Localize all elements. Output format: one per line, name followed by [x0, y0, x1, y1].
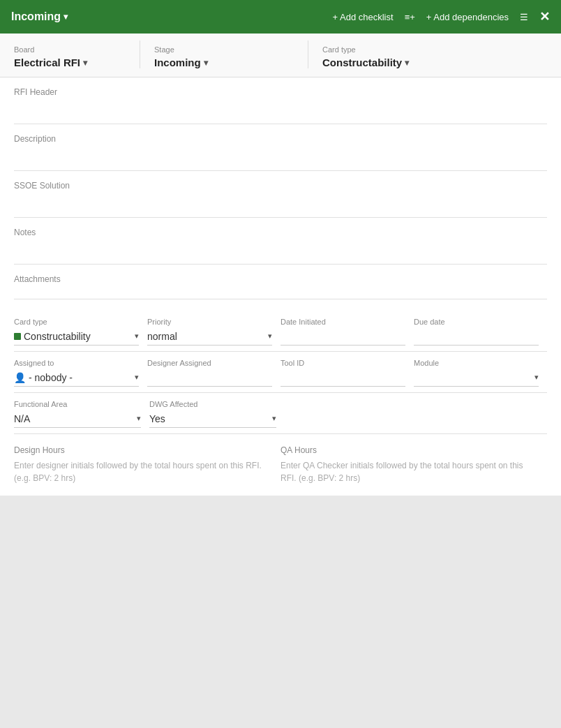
- card-type-value: Constructability: [322, 57, 402, 68]
- designer-assigned-cell: Designer Assigned: [147, 352, 280, 392]
- content-area: RFI Header Description SSOE Solution Not…: [0, 77, 561, 496]
- qa-hours-label: QA Hours: [280, 445, 533, 455]
- card-type-cell: Card type Constructability ▾: [14, 311, 147, 351]
- description-input[interactable]: [14, 148, 547, 165]
- dwg-affected-dropdown-icon[interactable]: ▾: [272, 414, 276, 423]
- board-dropdown-arrow-icon[interactable]: ▾: [83, 58, 87, 68]
- assigned-to-label: Assigned to: [14, 359, 139, 367]
- assigned-to-text: - nobody -: [29, 372, 73, 383]
- tool-id-cell: Tool ID: [280, 352, 414, 392]
- qa-hours-placeholder: Enter QA Checker initials followed by th…: [280, 459, 533, 484]
- card-type-dropdown-icon[interactable]: ▾: [135, 332, 139, 341]
- card-type-label-meta: Card type: [322, 45, 434, 54]
- metadata-row-3: Functional Area N/A ▾ DWG Affected Yes ▾: [14, 393, 547, 433]
- due-date-input[interactable]: [414, 331, 539, 342]
- board-label: Board: [14, 45, 126, 54]
- hours-section: Design Hours Enter designer initials fol…: [14, 433, 547, 496]
- priority-cell: Priority normal ▾: [147, 311, 280, 351]
- card-type-dot-icon: [14, 333, 21, 340]
- date-initiated-value[interactable]: [280, 329, 405, 346]
- designer-assigned-label: Designer Assigned: [147, 359, 272, 367]
- notes-label: Notes: [14, 228, 547, 237]
- date-initiated-cell: Date Initiated: [280, 311, 414, 351]
- header-bar: Incoming ▾ + Add checklist ≡+ + Add depe…: [0, 0, 561, 34]
- board-value: Electrical RFI: [14, 57, 80, 68]
- tool-id-value[interactable]: [280, 370, 405, 387]
- ssoe-solution-field: SSOE Solution: [14, 171, 547, 218]
- stage-dropdown[interactable]: Incoming ▾: [11, 10, 68, 23]
- board-field: Board Electrical RFI ▾: [14, 45, 126, 68]
- tool-id-input[interactable]: [280, 372, 405, 383]
- stage-dropdown-arrow-icon[interactable]: ▾: [204, 58, 208, 68]
- board-value-display[interactable]: Electrical RFI ▾: [14, 57, 126, 68]
- dwg-affected-text: Yes: [149, 413, 165, 424]
- assigned-to-cell: Assigned to 👤 - nobody - ▾: [14, 352, 147, 392]
- metadata-row-1: Card type Constructability ▾ Priority no…: [14, 311, 547, 352]
- stage-label-meta: Stage: [154, 45, 294, 54]
- tool-id-label: Tool ID: [280, 359, 405, 367]
- description-label: Description: [14, 134, 547, 144]
- dwg-affected-value[interactable]: Yes ▾: [149, 411, 276, 428]
- stage-field: Stage Incoming ▾: [154, 45, 294, 68]
- due-date-cell: Due date: [414, 311, 547, 351]
- metadata-row-2: Assigned to 👤 - nobody - ▾ Designer Assi…: [14, 352, 547, 393]
- metadata-grid: Card type Constructability ▾ Priority no…: [14, 299, 547, 433]
- design-hours-placeholder: Enter designer initials followed by the …: [14, 459, 267, 484]
- module-cell: Module ▾: [414, 352, 547, 392]
- notes-input[interactable]: [14, 242, 547, 258]
- board-stage-row: Board Electrical RFI ▾ Stage Incoming ▾ …: [0, 34, 561, 77]
- description-field: Description: [14, 124, 547, 171]
- functional-area-value[interactable]: N/A ▾: [14, 411, 141, 428]
- stage-value: Incoming: [154, 57, 201, 68]
- card-type-value-display[interactable]: Constructability ▾: [322, 57, 434, 68]
- functional-area-text: N/A: [14, 413, 30, 424]
- functional-area-dropdown-icon[interactable]: ▾: [137, 414, 141, 423]
- notes-field: Notes: [14, 218, 547, 265]
- functional-area-cell: Functional Area N/A ▾: [14, 393, 149, 433]
- due-date-label: Due date: [414, 318, 539, 326]
- design-hours-col: Design Hours Enter designer initials fol…: [14, 445, 280, 484]
- card-type-grid-value[interactable]: Constructability ▾: [14, 329, 139, 346]
- separator-1: [140, 40, 140, 68]
- card-type-field-meta: Card type Constructability ▾: [322, 45, 434, 68]
- ssoe-solution-label: SSOE Solution: [14, 181, 547, 191]
- rfi-header-input[interactable]: [14, 101, 547, 118]
- footer-bar: [0, 496, 561, 523]
- assigned-to-value[interactable]: 👤 - nobody - ▾: [14, 370, 139, 387]
- ssoe-solution-input[interactable]: [14, 195, 547, 211]
- header-actions: + Add checklist ≡+ + Add dependencies ☰ …: [333, 9, 550, 24]
- close-icon[interactable]: ✕: [539, 9, 550, 24]
- add-deps-icon[interactable]: ≡+: [405, 12, 415, 22]
- rfi-header-field: RFI Header: [14, 77, 547, 124]
- menu-icon[interactable]: ☰: [520, 12, 528, 22]
- attachments-label: Attachments: [14, 274, 547, 284]
- add-dependencies-button[interactable]: + Add dependencies: [426, 12, 509, 22]
- rfi-header-label: RFI Header: [14, 87, 547, 97]
- card-type-grid-text: Constructability: [24, 331, 91, 342]
- module-input[interactable]: [414, 372, 532, 383]
- due-date-value[interactable]: [414, 329, 539, 346]
- module-dropdown-icon[interactable]: ▾: [534, 373, 539, 382]
- priority-dropdown-icon[interactable]: ▾: [268, 332, 272, 341]
- card-type-grid-label: Card type: [14, 318, 139, 326]
- person-icon: 👤: [14, 372, 26, 383]
- priority-value[interactable]: normal ▾: [147, 329, 272, 346]
- add-checklist-button[interactable]: + Add checklist: [333, 12, 394, 22]
- empty-cell-1: [285, 393, 547, 433]
- stage-chevron-icon: ▾: [63, 12, 68, 22]
- designer-assigned-value[interactable]: [147, 370, 272, 387]
- designer-assigned-input[interactable]: [147, 372, 272, 383]
- module-value[interactable]: ▾: [414, 370, 539, 387]
- priority-label: Priority: [147, 318, 272, 326]
- qa-hours-col: QA Hours Enter QA Checker initials follo…: [280, 445, 547, 484]
- card-type-dropdown-arrow-icon[interactable]: ▾: [405, 58, 409, 68]
- date-initiated-input[interactable]: [280, 331, 405, 342]
- priority-text: normal: [147, 331, 177, 342]
- date-initiated-label: Date Initiated: [280, 318, 405, 326]
- stage-value-display[interactable]: Incoming ▾: [154, 57, 294, 68]
- dwg-affected-cell: DWG Affected Yes ▾: [149, 393, 285, 433]
- assigned-to-dropdown-icon[interactable]: ▾: [135, 373, 139, 382]
- attachments-field: Attachments: [14, 265, 547, 299]
- design-hours-label: Design Hours: [14, 445, 267, 455]
- stage-label: Incoming: [11, 10, 61, 23]
